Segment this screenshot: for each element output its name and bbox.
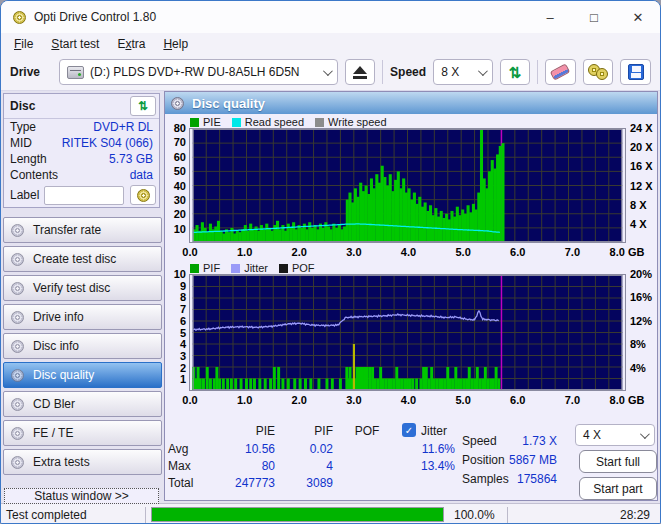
gold-disc-icon	[137, 189, 150, 202]
eraser-icon	[550, 63, 571, 80]
compare-discs-button[interactable]	[583, 59, 614, 85]
info-label: Contents	[10, 168, 58, 182]
x-axis-label: 3.0	[346, 246, 361, 258]
save-floppy-icon	[628, 64, 644, 80]
x-axis-label: 8.0 GB	[610, 394, 645, 406]
menu-item-help[interactable]: Help	[154, 35, 197, 53]
menu-item-file[interactable]: File	[5, 35, 42, 53]
y-axis-label: 80	[165, 122, 186, 134]
x-axis-label: 6.0	[510, 394, 525, 406]
x-axis-label: 7.0	[565, 394, 580, 406]
jitter-checkbox[interactable]: ✓	[402, 423, 416, 437]
two-discs-icon	[588, 64, 608, 80]
y-axis-label-right: 8%	[630, 338, 646, 350]
sidebar-item-cd-bler[interactable]: CD Bler	[3, 391, 162, 417]
main-panel: Disc quality PIERead speedWrite speed807…	[164, 91, 658, 501]
value-pif-total: 3089	[277, 476, 333, 490]
drive-icon	[67, 66, 84, 79]
legend-item-write-speed: Write speed	[315, 116, 387, 128]
column-header-jitter: Jitter	[421, 424, 447, 438]
main-header: Disc quality	[165, 92, 657, 114]
x-axis-label: 4.0	[401, 394, 416, 406]
speed-label: Speed	[390, 65, 426, 79]
start-part-button[interactable]: Start part	[579, 477, 657, 500]
progress-percent: 100.0%	[449, 504, 507, 524]
pie-read-speed-chart: PIERead speedWrite speed8070605040302010…	[165, 116, 659, 260]
close-button[interactable]: ✕	[616, 1, 660, 33]
x-axis-label: 1.0	[237, 246, 252, 258]
erase-disc-button[interactable]	[545, 59, 576, 85]
sidebar-item-disc-quality[interactable]: Disc quality	[3, 362, 162, 388]
value-pif-max: 4	[277, 459, 333, 473]
status-window-button[interactable]: Status window >>	[4, 488, 159, 504]
legend-item-pif: PIF	[190, 262, 220, 274]
sidebar-item-drive-info[interactable]: Drive info	[3, 304, 162, 330]
test-speed-select[interactable]: 4 X	[575, 424, 655, 446]
titlebar: Opti Drive Control 1.80 – □ ✕	[1, 1, 660, 33]
value-jitter-avg: 11.6%	[395, 442, 455, 456]
sidebar-item-label: Disc info	[33, 339, 79, 353]
y-axis-label-right: 16%	[630, 291, 652, 303]
eject-icon	[353, 66, 367, 79]
x-axis-label: 1.0	[237, 394, 252, 406]
eject-button[interactable]	[345, 59, 376, 85]
disc-panel-title: Disc	[10, 99, 35, 113]
chevron-down-icon	[640, 429, 650, 439]
y-axis-label: 7	[165, 303, 186, 315]
page-title: Disc quality	[192, 96, 265, 111]
speed-select[interactable]: 8 X	[433, 59, 492, 85]
y-axis-label: 5	[165, 327, 186, 339]
disc-info-row: Length5.73 GB	[4, 151, 159, 167]
disc-icon	[11, 369, 24, 382]
disc-refresh-button[interactable]: ⇅	[130, 96, 156, 116]
save-button[interactable]	[620, 59, 651, 85]
y-axis-label: 6	[165, 315, 186, 327]
disc-icon	[11, 427, 24, 440]
x-axis-label: 2.0	[292, 394, 307, 406]
value-pif-avg: 0.02	[277, 442, 333, 456]
sidebar: Disc ⇅ TypeDVD+R DLMIDRITEK S04 (066)Len…	[1, 91, 162, 503]
x-axis-label: 2.0	[292, 246, 307, 258]
y-axis-label: 10	[165, 223, 186, 235]
y-axis-label: 4	[165, 338, 186, 350]
y-axis-label-right: 4 X	[630, 218, 647, 230]
sidebar-item-fe-te[interactable]: FE / TE	[3, 420, 162, 446]
refresh-button[interactable]: ⇅	[500, 59, 531, 85]
info-label: Type	[10, 120, 36, 134]
disc-label-input[interactable]	[44, 186, 124, 205]
maximize-button[interactable]: □	[572, 1, 616, 33]
sidebar-item-extra-tests[interactable]: Extra tests	[3, 449, 162, 475]
menu-item-start-test[interactable]: Start test	[42, 35, 108, 53]
column-header-pof: POF	[345, 424, 389, 438]
disc-label-button[interactable]	[130, 185, 156, 205]
disc-icon	[11, 398, 24, 411]
x-axis-label: 8.0 GB	[610, 246, 645, 258]
disc-icon	[11, 456, 24, 469]
drive-select-value: (D:) PLDS DVD+-RW DU-8A5LH 6D5N	[90, 65, 300, 79]
disc-icon	[171, 97, 184, 110]
sidebar-item-verify-test-disc[interactable]: Verify test disc	[3, 275, 162, 301]
row-label-avg: Avg	[168, 442, 188, 456]
row-label-total: Total	[168, 476, 193, 490]
y-axis-label: 8	[165, 291, 186, 303]
row-label-max: Max	[168, 459, 191, 473]
y-axis-label-right: 24 X	[630, 122, 653, 134]
chevron-down-icon	[478, 66, 488, 76]
start-full-button[interactable]: Start full	[579, 450, 657, 473]
sidebar-item-disc-info[interactable]: Disc info	[3, 333, 162, 359]
pif-jitter-pof-chart-plot	[189, 274, 626, 391]
speed-select-value: 8 X	[441, 65, 459, 79]
sidebar-item-create-test-disc[interactable]: Create test disc	[3, 246, 162, 272]
x-axis-label: 0.0	[182, 394, 197, 406]
disc-icon	[11, 340, 24, 353]
y-axis-label-right: 16 X	[630, 160, 653, 172]
x-axis-label: 5.0	[455, 394, 470, 406]
minimize-button[interactable]: –	[528, 1, 572, 33]
y-axis-label: 2	[165, 362, 186, 374]
sidebar-item-transfer-rate[interactable]: Transfer rate	[3, 217, 162, 243]
window-title: Opti Drive Control 1.80	[34, 10, 156, 24]
y-axis-label: 30	[165, 194, 186, 206]
menu-item-extra[interactable]: Extra	[108, 35, 154, 53]
app-window: Opti Drive Control 1.80 – □ ✕ FileStart …	[0, 0, 661, 524]
drive-select[interactable]: (D:) PLDS DVD+-RW DU-8A5LH 6D5N	[59, 59, 337, 85]
